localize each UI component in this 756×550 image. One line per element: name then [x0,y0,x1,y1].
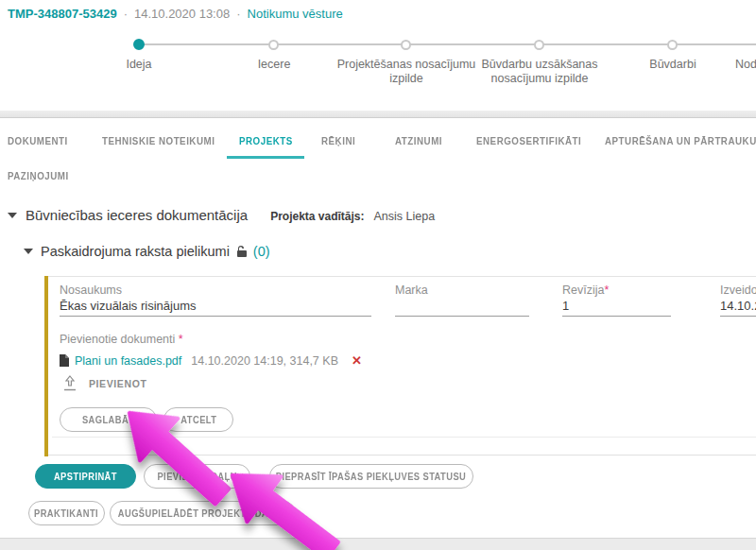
tab-pazinojumi[interactable]: PAZIŅOJUMI [8,170,79,194]
field-label: Marka [395,284,529,297]
field-izveidosanas-datums: Izveidošanas datums 14.10.2020 [720,284,756,317]
add-part-button[interactable]: PIEVIENOT DAĻU [144,464,250,489]
step-dot-iecere [268,40,279,50]
step-dot-buvdarbu-uzsaksanas [534,40,544,50]
step-dot-buvdarbi [667,40,678,50]
revizija-input[interactable]: 1 [562,299,671,317]
collapse-triangle-icon[interactable] [8,213,17,218]
collapse-triangle-icon[interactable] [24,249,33,254]
event-history-link[interactable]: Notikumu vēsture [248,7,343,21]
tab-atzinumi[interactable]: ATZINUMI [395,135,451,159]
cancel-button[interactable]: ATCELT [163,407,233,432]
project-manager-label: Projekta vadītājs: [270,210,364,223]
footer-strip [0,538,756,550]
separator: · [124,7,128,21]
tab-projekts[interactable]: PROJEKTS [227,135,304,159]
remove-file-icon[interactable]: ✕ [352,353,362,368]
required-asterisk: * [604,284,609,297]
attachment-count: (0) [253,244,270,259]
attached-file-row: Plani un fasades.pdf 14.10.2020 14:19, 3… [60,353,362,368]
tab-apturesana[interactable]: APTURĒŠANA UN PĀRTRAUKUMI [605,135,756,159]
case-datetime: 14.10.2020 13:08 [134,7,230,21]
step-label: Nodošana ekspluatācijā [735,58,756,72]
step-label: Būvdarbu uzsākšanas nosacījumu izpilde [469,58,610,86]
field-nosaukums: Nosaukums Ēkas vizuālais risinājums [60,284,371,317]
file-name-link[interactable]: Plani un fasades.pdf [75,354,181,368]
breadcrumb: TMP-348807-53429 · 14.10.2020 13:08 · No… [8,7,343,21]
field-revizija: Revīzija* 1 [562,284,671,317]
attachments-label: Pievienotie dokumenti [60,333,175,346]
izveidots-input[interactable]: 14.10.2020 [720,299,756,317]
subsection-title[interactable]: Paskaidrojuma raksta pielikumi [41,244,230,259]
upload-label: PIEVIENOT [89,378,146,389]
file-meta: 14.10.2020 14:19, 314,7 KB [191,354,338,368]
subsection-heading: Paskaidrojuma raksta pielikumi (0) [24,244,270,259]
tab-bar: DOKUMENTI TEHNISKIE NOTEIKUMI PROJEKTS R… [0,135,756,192]
field-label: Nosaukums [60,284,371,297]
stepper-line [138,43,756,45]
card-inner-divider [52,437,756,438]
nosaukums-input[interactable]: Ēkas vizuālais risinājums [60,299,371,317]
card-accent-bar [44,276,48,456]
separator: · [236,7,240,21]
save-button[interactable]: SAGLABĀT [60,407,157,432]
required-asterisk: * [179,333,183,346]
case-id-link[interactable]: TMP-348807-53429 [8,7,117,21]
project-manager-name: Ansis Liepa [374,210,436,223]
step-dot-ideja [133,39,145,50]
tab-tehniskie-noteikumi[interactable]: TEHNISKIE NOTEIKUMI [102,135,234,159]
request-special-access-button[interactable]: PIEPRASĪT ĪPAŠAS PIEKĻUVES STATUSU [269,464,473,489]
field-label: Revīzija [562,284,604,297]
field-marka: Marka [395,284,529,317]
section-title[interactable]: Būvniecības ieceres dokumentācija [26,207,248,223]
field-label: Izveidošanas datums [720,284,756,297]
step-label: Būvdarbi [602,58,744,72]
upload-icon [62,375,77,391]
marka-input[interactable] [395,299,529,317]
lock-open-icon [236,245,248,258]
tab-dokumenti[interactable]: DOKUMENTI [8,135,78,159]
step-label: Projektēšanas nosacījumu izpilde [335,58,477,86]
document-icon [60,354,69,367]
upload-button[interactable]: PIEVIENOT [62,375,146,391]
step-label: Ideja [68,58,210,72]
step-label: Iecere [203,58,345,72]
section-divider [0,111,756,118]
interns-button[interactable]: PRAKTIKANTI [28,501,105,525]
tab-energosertifikati[interactable]: ENERGOSERTIFIKĀTI [476,135,600,159]
step-dot-projektesanas [401,40,411,50]
upload-project-parts-button[interactable]: AUGŠUPIELĀDĒT PROJEKTA DAĻAS [110,501,296,525]
approve-button[interactable]: APSTIPRINĀT [35,464,136,489]
section-heading: Būvniecības ieceres dokumentācija Projek… [8,207,435,223]
tab-rekini[interactable]: RĒĶINI [321,135,362,159]
